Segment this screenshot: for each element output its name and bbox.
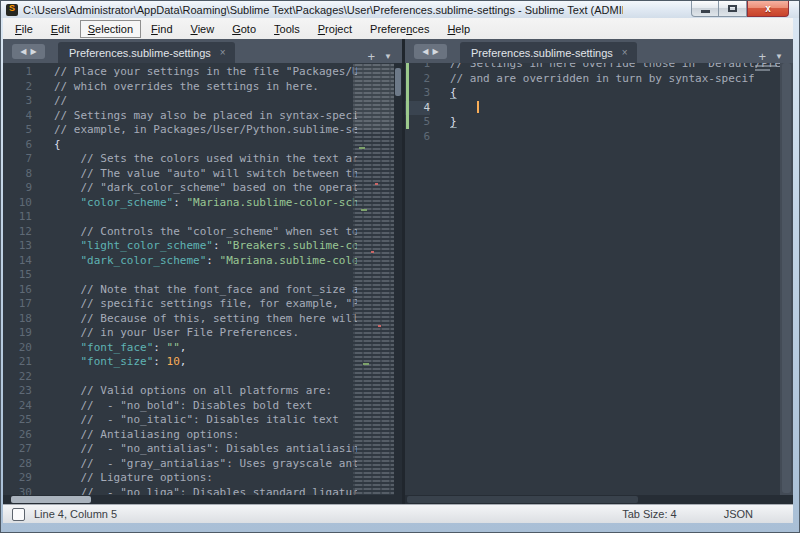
code-line[interactable]: // in your User File Preferences. bbox=[54, 326, 357, 341]
token-plain bbox=[54, 341, 81, 354]
minimap-viewport[interactable] bbox=[353, 64, 394, 130]
menu-selection[interactable]: Selection bbox=[80, 20, 141, 38]
code-line[interactable]: // which overrides the settings in here. bbox=[54, 80, 357, 95]
code-line[interactable]: // - "no_liga": Disables standard ligatu… bbox=[54, 486, 357, 496]
syntax-status[interactable]: JSON bbox=[724, 508, 753, 520]
caret-position-status[interactable]: Line 4, Column 5 bbox=[34, 508, 117, 520]
code-line[interactable]: { bbox=[450, 86, 793, 101]
code-line[interactable]: // Settings may also be placed in syntax… bbox=[54, 109, 357, 124]
next-tab-arrow-icon[interactable]: ▶ bbox=[31, 48, 37, 56]
code-line[interactable]: // Sets the colors used within the text … bbox=[54, 152, 357, 167]
line-number: 1 bbox=[3, 65, 32, 80]
tab-label: Preferences.sublime-settings bbox=[69, 47, 211, 59]
tab-close-icon[interactable]: × bbox=[220, 47, 226, 58]
code-line[interactable]: // Controls the "color_scheme" when set … bbox=[54, 225, 357, 240]
token-comment: // - "no_bold": Disables bold text bbox=[54, 399, 312, 412]
vertical-scrollbar-left[interactable] bbox=[394, 63, 402, 495]
code-line[interactable]: // specific settings file, for example, … bbox=[54, 297, 357, 312]
code-line[interactable]: "font_face": "", bbox=[54, 341, 357, 356]
tab-overflow-icon[interactable]: ▼ bbox=[384, 53, 392, 61]
menu-tools[interactable]: Tools bbox=[266, 20, 308, 38]
tab-preferences-right[interactable]: Preferences.sublime-settings × bbox=[460, 42, 637, 63]
menu-help[interactable]: Help bbox=[439, 20, 478, 38]
horizontal-scrollbar-thumb[interactable] bbox=[407, 496, 638, 503]
code-line[interactable]: // bbox=[54, 94, 357, 109]
minimap[interactable] bbox=[353, 63, 394, 495]
menu-view[interactable]: View bbox=[183, 20, 223, 38]
tab-close-icon[interactable]: × bbox=[622, 47, 628, 58]
code-line[interactable]: // example, in Packages/User/Python.subl… bbox=[54, 123, 357, 138]
code-line[interactable]: // Antialiasing options: bbox=[54, 428, 357, 443]
vintage-mode-icon[interactable] bbox=[12, 508, 25, 521]
new-tab-button[interactable]: + bbox=[367, 50, 375, 63]
close-button[interactable]: x bbox=[747, 1, 789, 17]
prev-tab-arrow-icon[interactable]: ◀ bbox=[20, 48, 26, 56]
vertical-scrollbar-thumb[interactable] bbox=[782, 63, 791, 493]
code-line[interactable]: } bbox=[450, 115, 793, 130]
tab-nav-buttons: ◀ ▶ bbox=[414, 44, 447, 59]
new-tab-button[interactable]: + bbox=[758, 50, 766, 63]
code-line[interactable]: "dark_color_scheme": "Mariana.sublime-co… bbox=[54, 254, 357, 269]
minimize-button[interactable] bbox=[691, 1, 719, 17]
line-number: 27 bbox=[3, 442, 32, 457]
line-number: 22 bbox=[3, 370, 32, 385]
editor-left[interactable]: 1234567891011121314151617181920212223242… bbox=[3, 63, 402, 495]
code-line[interactable]: // Valid options on all platforms are: bbox=[54, 384, 357, 399]
tab-preferences-left[interactable]: Preferences.sublime-settings × bbox=[58, 42, 235, 63]
menu-preferences[interactable]: Preferences bbox=[362, 20, 437, 38]
token-comment: // Settings may also be placed in syntax… bbox=[54, 109, 357, 122]
token-punct: { bbox=[54, 138, 61, 151]
menu-goto[interactable]: Goto bbox=[224, 20, 264, 38]
code-left[interactable]: // Place your settings in the file "Pack… bbox=[41, 63, 357, 495]
title-bar[interactable]: C:\Users\Administrator\AppData\Roaming\S… bbox=[1, 1, 799, 18]
menu-project[interactable]: Project bbox=[310, 20, 360, 38]
horizontal-scrollbar-thumb[interactable] bbox=[11, 496, 91, 503]
line-number: 14 bbox=[3, 254, 32, 269]
code-line[interactable]: // Because of this, setting them here wi… bbox=[54, 312, 357, 327]
code-line[interactable] bbox=[450, 130, 793, 145]
horizontal-scrollbar-right[interactable] bbox=[405, 495, 793, 504]
token-punct: : bbox=[153, 355, 166, 368]
tab-overflow-icon[interactable]: ▼ bbox=[775, 53, 783, 61]
maximize-button[interactable] bbox=[719, 1, 747, 17]
code-line[interactable]: // - "gray_antialias": Uses grayscale an… bbox=[54, 457, 357, 472]
code-line[interactable]: // - "no_italic": Disables italic text bbox=[54, 413, 357, 428]
code-line[interactable]: "light_color_scheme": "Breakers.sublime-… bbox=[54, 239, 357, 254]
code-line[interactable]: "color_scheme": "Mariana.sublime-color-s… bbox=[54, 196, 357, 211]
code-right[interactable]: // Settings in here override those in "D… bbox=[439, 63, 793, 495]
code-line[interactable]: // Settings in here override those in "D… bbox=[450, 63, 793, 72]
vertical-scrollbar-right[interactable] bbox=[780, 63, 793, 495]
tab-strip-right: ◀ ▶ Preferences.sublime-settings × + ▼ bbox=[405, 39, 793, 63]
code-line[interactable]: // Note that the font_face and font_size… bbox=[54, 283, 357, 298]
next-tab-arrow-icon[interactable]: ▶ bbox=[433, 48, 439, 56]
minimap-right[interactable] bbox=[755, 65, 777, 73]
code-line[interactable] bbox=[54, 210, 357, 225]
horizontal-scrollbar-left[interactable] bbox=[3, 495, 402, 504]
token-string: "Breakers.sublime-co bbox=[226, 239, 357, 252]
editor-right[interactable]: 123456 // Settings in here override thos… bbox=[405, 63, 793, 495]
menu-file[interactable]: File bbox=[7, 20, 41, 38]
vertical-scrollbar-thumb[interactable] bbox=[395, 68, 401, 96]
token-comment: // - "no_liga": Disables standard ligatu… bbox=[54, 486, 357, 496]
tab-size-status[interactable]: Tab Size: 4 bbox=[622, 508, 676, 520]
line-number: 13 bbox=[3, 239, 32, 254]
token-comment: // specific settings file, for example, … bbox=[54, 297, 357, 310]
code-line[interactable]: // - "no_bold": Disables bold text bbox=[54, 399, 357, 414]
code-line[interactable]: // Ligature options: bbox=[54, 471, 357, 486]
code-line[interactable]: // "dark_color_scheme" based on the oper… bbox=[54, 181, 357, 196]
code-line[interactable] bbox=[450, 101, 793, 116]
code-line[interactable]: "font_size": 10, bbox=[54, 355, 357, 370]
token-key: "light_color_scheme" bbox=[81, 239, 213, 252]
menu-edit[interactable]: Edit bbox=[43, 20, 78, 38]
pane-left: ◀ ▶ Preferences.sublime-settings × + ▼ 1… bbox=[3, 39, 402, 504]
prev-tab-arrow-icon[interactable]: ◀ bbox=[422, 48, 428, 56]
code-line[interactable]: // Place your settings in the file "Pack… bbox=[54, 65, 357, 80]
code-line[interactable]: // The value "auto" will switch between … bbox=[54, 167, 357, 182]
menu-find[interactable]: Find bbox=[143, 20, 180, 38]
line-number: 6 bbox=[3, 138, 32, 153]
code-line[interactable]: // and are overridden in turn by syntax-… bbox=[450, 72, 793, 87]
code-line[interactable] bbox=[54, 370, 357, 385]
code-line[interactable]: // - "no_antialias": Disables antialiasi… bbox=[54, 442, 357, 457]
code-line[interactable] bbox=[54, 268, 357, 283]
code-line[interactable]: { bbox=[54, 138, 357, 153]
